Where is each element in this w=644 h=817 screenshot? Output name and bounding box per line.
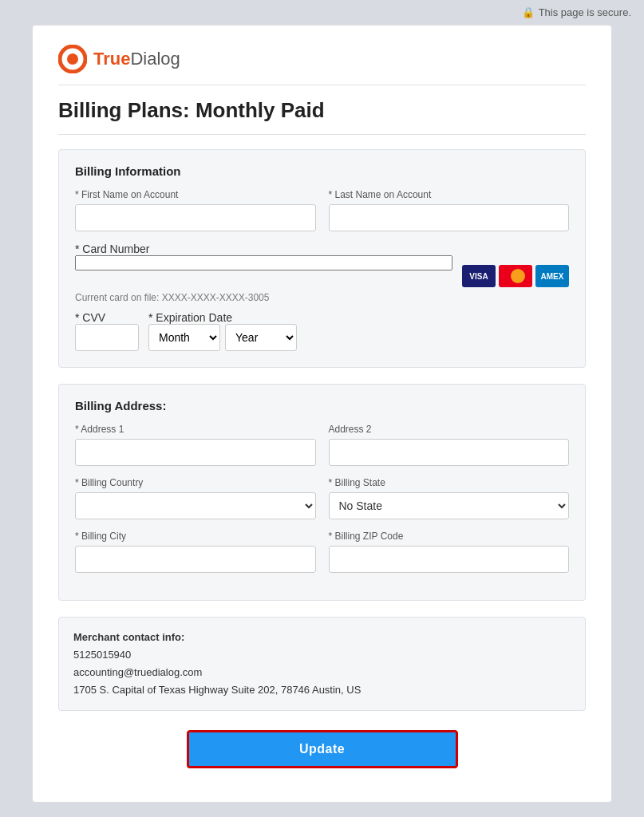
- billing-address-title: Billing Address:: [75, 399, 569, 412]
- state-label: * Billing State: [329, 477, 570, 488]
- country-group: * Billing Country United States Canada U…: [75, 477, 316, 519]
- svg-point-1: [67, 53, 78, 65]
- zip-label: * Billing ZIP Code: [329, 531, 570, 542]
- address-row: * Address 1 Address 2: [75, 424, 569, 466]
- merchant-address: 1705 S. Capital of Texas Highway Suite 2…: [73, 681, 571, 699]
- billing-info-title: Billing Information: [75, 164, 569, 178]
- first-name-group: * First Name on Account: [75, 189, 316, 231]
- city-zip-row: * Billing City * Billing ZIP Code: [75, 531, 569, 573]
- expiry-month-select[interactable]: Month 010203 040506 070809 101112: [148, 324, 220, 351]
- update-btn-row: Update: [58, 730, 586, 768]
- city-group: * Billing City: [75, 531, 316, 573]
- name-row: * First Name on Account * Last Name on A…: [75, 189, 569, 231]
- address2-input[interactable]: [329, 439, 570, 466]
- billing-address-section: Billing Address: * Address 1 Address 2 *…: [58, 384, 586, 601]
- zip-group: * Billing ZIP Code: [329, 531, 570, 573]
- city-label: * Billing City: [75, 531, 316, 542]
- logo-true: True: [93, 49, 130, 69]
- zip-input[interactable]: [329, 546, 570, 573]
- cvv-label: * CVV: [75, 311, 139, 324]
- expiry-year-select[interactable]: Year 202420252026 202720282029 2030: [225, 324, 297, 351]
- state-group: * Billing State No State Alabama Alaska …: [329, 477, 570, 519]
- expiry-label: * Expiration Date: [148, 311, 297, 324]
- last-name-label: * Last Name on Account: [329, 189, 570, 200]
- address1-group: * Address 1: [75, 424, 316, 466]
- expiry-selects: Month 010203 040506 070809 101112 Year 2…: [148, 324, 297, 351]
- secure-bar: 🔒 This page is secure.: [0, 0, 644, 25]
- card-icons: VISA AMEX: [462, 265, 569, 287]
- logo-area: TrueDialog: [58, 45, 586, 85]
- page-title: Billing Plans: Monthly Paid: [58, 98, 586, 135]
- logo-dialog: Dialog: [130, 49, 180, 69]
- secure-label: This page is secure.: [539, 6, 631, 18]
- billing-info-section: Billing Information * First Name on Acco…: [58, 149, 586, 368]
- city-input[interactable]: [75, 546, 316, 573]
- current-card-text: Current card on file: XXXX-XXXX-XXXX-300…: [75, 292, 569, 303]
- card-number-row: * Card Number VISA AMEX: [75, 243, 569, 287]
- first-name-input[interactable]: [75, 204, 316, 231]
- address1-input[interactable]: [75, 439, 316, 466]
- cvv-input[interactable]: [75, 324, 139, 351]
- state-select[interactable]: No State Alabama Alaska Arizona Texas: [329, 492, 570, 519]
- truedialog-logo-icon: [58, 45, 87, 73]
- merchant-phone: 5125015940: [73, 646, 571, 664]
- expiry-group: * Expiration Date Month 010203 040506 07…: [148, 311, 297, 351]
- country-label: * Billing Country: [75, 477, 316, 488]
- address2-label: Address 2: [329, 424, 570, 435]
- card-number-input[interactable]: [75, 255, 452, 270]
- visa-icon: VISA: [462, 265, 496, 287]
- card-number-group: * Card Number: [75, 243, 452, 270]
- cvv-expiry-row: * CVV * Expiration Date Month 010203 040…: [75, 311, 569, 351]
- update-button[interactable]: Update: [187, 730, 458, 768]
- last-name-group: * Last Name on Account: [329, 189, 570, 231]
- last-name-input[interactable]: [329, 204, 570, 231]
- first-name-label: * First Name on Account: [75, 189, 316, 200]
- card-number-label: * Card Number: [75, 243, 452, 255]
- lock-icon: 🔒: [522, 6, 535, 18]
- logo-text: TrueDialog: [93, 49, 180, 69]
- address1-label: * Address 1: [75, 424, 316, 435]
- cvv-group: * CVV: [75, 311, 139, 351]
- country-select[interactable]: United States Canada United Kingdom: [75, 492, 316, 519]
- merchant-section: Merchant contact info: 5125015940 accoun…: [58, 617, 586, 711]
- country-state-row: * Billing Country United States Canada U…: [75, 477, 569, 519]
- merchant-email: accounting@truedialog.com: [73, 664, 571, 681]
- main-card: TrueDialog Billing Plans: Monthly Paid B…: [32, 25, 612, 803]
- amex-icon: AMEX: [535, 265, 569, 287]
- address2-group: Address 2: [329, 424, 570, 466]
- mastercard-icon: [499, 265, 532, 287]
- merchant-title: Merchant contact info:: [73, 629, 571, 646]
